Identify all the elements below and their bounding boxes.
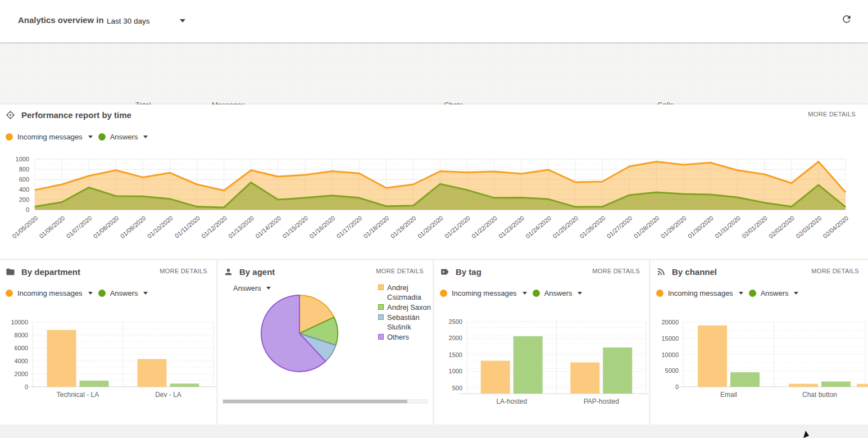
answers-legend-dot bbox=[98, 133, 106, 141]
svg-text:02/01/2020: 02/01/2020 bbox=[740, 214, 769, 240]
svg-text:01/24/2020: 01/24/2020 bbox=[524, 214, 552, 240]
chevron-down-icon bbox=[88, 292, 93, 295]
performance-more-details-link[interactable]: MORE DETAILS bbox=[808, 111, 856, 118]
svg-text:01/22/2020: 01/22/2020 bbox=[470, 214, 498, 240]
department-bar-chart: 0200040006000800010000Technical - LADev … bbox=[0, 312, 216, 410]
agent-legend-item[interactable]: Sebastián Slušník bbox=[378, 313, 432, 332]
svg-text:2000: 2000 bbox=[449, 335, 462, 341]
svg-text:02/03/2020: 02/03/2020 bbox=[794, 214, 822, 240]
legend-swatch bbox=[378, 285, 384, 290]
tag-more-details-link[interactable]: MORE DETAILS bbox=[592, 268, 640, 274]
chevron-down-icon bbox=[794, 292, 798, 295]
agent-legend-item[interactable]: Others bbox=[378, 332, 432, 342]
date-range-select[interactable]: Last 30 days bbox=[107, 13, 185, 28]
performance-area-chart: 0200400600800100001/05/202001/06/202001/… bbox=[0, 152, 854, 256]
svg-text:01/09/2020: 01/09/2020 bbox=[119, 214, 147, 240]
incoming-legend-dot bbox=[440, 290, 447, 297]
svg-text:2000: 2000 bbox=[15, 371, 28, 377]
legend-answers[interactable]: Answers bbox=[749, 289, 799, 297]
agent-legend-item[interactable]: Andrej Saxon bbox=[378, 302, 432, 312]
svg-text:01/07/2020: 01/07/2020 bbox=[65, 214, 93, 240]
incoming-legend-dot bbox=[6, 133, 13, 141]
svg-text:01/18/2020: 01/18/2020 bbox=[362, 214, 390, 240]
svg-text:800: 800 bbox=[19, 166, 29, 173]
chevron-down-icon bbox=[266, 287, 271, 290]
agent-legend-label: Andrej Saxon bbox=[387, 302, 431, 312]
performance-dial-icon bbox=[6, 110, 15, 120]
svg-text:01/19/2020: 01/19/2020 bbox=[389, 214, 417, 240]
channel-title: By channel bbox=[672, 267, 717, 277]
svg-text:4000: 4000 bbox=[15, 358, 28, 364]
incoming-legend-dot bbox=[656, 290, 664, 297]
agent-metric-select[interactable]: Answers bbox=[233, 284, 271, 292]
svg-text:Email: Email bbox=[720, 391, 737, 399]
svg-text:01/10/2020: 01/10/2020 bbox=[146, 214, 174, 240]
chevron-down-icon bbox=[143, 136, 148, 138]
svg-text:400: 400 bbox=[19, 186, 29, 193]
svg-text:01/23/2020: 01/23/2020 bbox=[497, 214, 525, 240]
svg-text:01/11/2020: 01/11/2020 bbox=[174, 214, 201, 239]
agent-more-details-link[interactable]: MORE DETAILS bbox=[376, 268, 424, 274]
legend-swatch bbox=[378, 334, 384, 340]
svg-text:8000: 8000 bbox=[15, 332, 28, 338]
tag-icon bbox=[440, 267, 449, 277]
svg-text:PAP-hosted: PAP-hosted bbox=[584, 398, 619, 405]
svg-text:01/28/2020: 01/28/2020 bbox=[633, 214, 661, 240]
svg-text:02/02/2020: 02/02/2020 bbox=[767, 214, 796, 240]
svg-text:01/30/2020: 01/30/2020 bbox=[687, 214, 715, 240]
legend-incoming-messages[interactable]: Incoming messages bbox=[6, 289, 93, 297]
tag-bar-chart: 5001000150020002500LA-hostedPAP-hosted bbox=[434, 312, 649, 410]
svg-text:6000: 6000 bbox=[15, 345, 28, 351]
svg-text:1000: 1000 bbox=[449, 368, 462, 374]
chevron-down-icon bbox=[180, 19, 185, 22]
legend-incoming-messages[interactable]: Incoming messages bbox=[656, 289, 743, 297]
svg-text:1000: 1000 bbox=[16, 156, 29, 162]
chevron-down-icon bbox=[143, 292, 148, 295]
svg-text:01/29/2020: 01/29/2020 bbox=[660, 214, 688, 240]
chevron-down-icon bbox=[522, 292, 527, 295]
legend-incoming-messages[interactable]: Incoming messages bbox=[6, 133, 93, 141]
person-icon bbox=[224, 267, 233, 277]
agent-legend-label: Sebastián Slušník bbox=[387, 313, 432, 332]
svg-text:01/20/2020: 01/20/2020 bbox=[416, 214, 444, 240]
department-more-details-link[interactable]: MORE DETAILS bbox=[160, 268, 207, 274]
answers-legend-dot bbox=[533, 290, 540, 297]
legend-answers[interactable]: Answers bbox=[98, 133, 148, 141]
by-channel-panel: By channel MORE DETAILS Incoming message… bbox=[651, 260, 868, 425]
rss-icon bbox=[656, 267, 666, 277]
legend-answers[interactable]: Answers bbox=[533, 289, 583, 297]
page-title: Analytics overview in bbox=[18, 15, 104, 25]
agent-pie-chart bbox=[224, 292, 387, 379]
svg-text:2500: 2500 bbox=[449, 318, 462, 325]
svg-text:1500: 1500 bbox=[449, 351, 462, 358]
horizontal-scrollbar[interactable] bbox=[222, 399, 428, 404]
answers-legend-dot bbox=[98, 290, 106, 297]
svg-text:01/12/2020: 01/12/2020 bbox=[200, 214, 228, 240]
scrollbar-thumb[interactable] bbox=[223, 400, 407, 403]
legend-incoming-messages[interactable]: Incoming messages bbox=[440, 289, 527, 297]
mouse-cursor bbox=[800, 429, 811, 438]
svg-text:Dev - LA: Dev - LA bbox=[155, 391, 181, 399]
legend-swatch bbox=[378, 304, 384, 310]
svg-text:01/14/2020: 01/14/2020 bbox=[254, 214, 282, 240]
svg-text:5000: 5000 bbox=[665, 367, 679, 374]
agent-legend-item[interactable]: Andrej Csizmadia bbox=[378, 283, 432, 302]
top-bar: Analytics overview in Last 30 days bbox=[0, 0, 868, 42]
refresh-icon[interactable] bbox=[841, 13, 852, 25]
date-range-value: Last 30 days bbox=[107, 17, 150, 25]
legend-answers[interactable]: Answers bbox=[98, 289, 148, 297]
svg-text:500: 500 bbox=[452, 385, 462, 391]
svg-text:10000: 10000 bbox=[11, 319, 28, 326]
agent-pie-legend: Andrej CsizmadiaAndrej SaxonSebastián Sl… bbox=[378, 283, 432, 342]
incoming-legend-dot bbox=[6, 290, 13, 297]
channel-more-details-link[interactable]: MORE DETAILS bbox=[811, 268, 859, 274]
svg-text:01/16/2020: 01/16/2020 bbox=[308, 214, 336, 240]
svg-text:200: 200 bbox=[19, 196, 29, 203]
chevron-down-icon bbox=[88, 136, 93, 138]
svg-text:Technical - LA: Technical - LA bbox=[57, 391, 99, 399]
chevron-down-icon bbox=[739, 292, 743, 295]
svg-text:01/25/2020: 01/25/2020 bbox=[551, 214, 579, 240]
svg-text:01/08/2020: 01/08/2020 bbox=[92, 214, 120, 240]
answers-legend-dot bbox=[749, 290, 756, 297]
by-department-panel: By department MORE DETAILS Incoming mess… bbox=[0, 260, 216, 425]
